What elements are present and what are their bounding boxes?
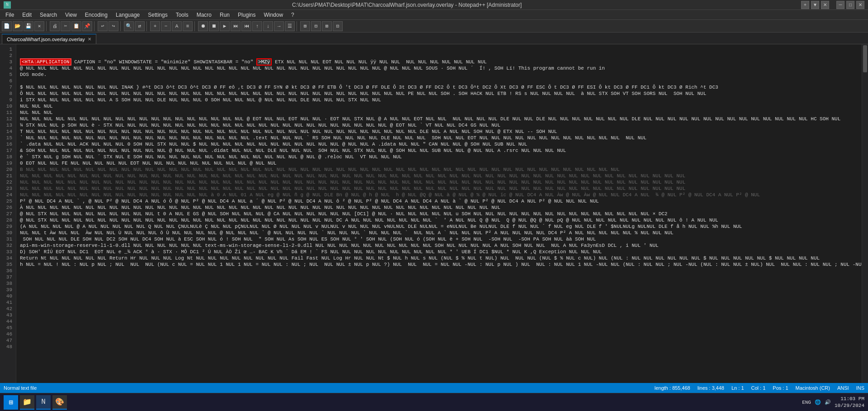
line-number: 6 <box>2 78 12 84</box>
macro-play-btn[interactable]: ▶ <box>220 21 230 31</box>
extra-btn-2[interactable]: ▼ <box>811 1 819 9</box>
menu-item-language[interactable]: Language <box>112 11 143 19</box>
tool-13[interactable]: ↓ <box>263 21 273 31</box>
app-icon: N <box>4 1 11 9</box>
taskbar-volume-icon: 🔊 <box>825 399 831 405</box>
taskbar-icon-explorer[interactable]: 📁 <box>20 395 34 410</box>
line-number: 27 <box>2 211 12 217</box>
paste-btn[interactable]: 📌 <box>82 21 92 31</box>
status-file-type: Normal text file <box>4 385 37 391</box>
find-btn[interactable]: 🔍 <box>124 21 134 31</box>
maximize-button[interactable]: □ <box>846 1 854 9</box>
code-line: (A NUL NUL NUL NUL @ A NUL NUL NUL NUL N… <box>20 223 858 230</box>
macro-btn[interactable]: ⏺ <box>198 21 208 31</box>
line-number: 12 <box>2 116 12 122</box>
taskbar-icon-app[interactable]: 🎨 <box>52 395 67 410</box>
line-number: 29 <box>2 223 12 230</box>
tool-11[interactable]: ⏮ <box>241 21 251 31</box>
menu-item-settings[interactable]: Settings <box>144 11 171 19</box>
print-btn[interactable]: 🖨 <box>50 21 60 31</box>
tool-19[interactable]: ⊡ <box>333 21 343 31</box>
vertical-scrollbar[interactable] <box>862 44 868 383</box>
new-btn[interactable]: 📄 <box>2 21 12 31</box>
tool-14[interactable]: → <box>274 21 284 31</box>
tool-12[interactable]: ↑ <box>252 21 262 31</box>
status-bar: Normal text file length : 855,468 lines … <box>0 383 868 393</box>
line-number: 1 <box>2 46 12 52</box>
menu-item-?[interactable]: ? <box>288 11 298 19</box>
scrollbar-thumb[interactable] <box>863 45 867 72</box>
status-encoding: ANSI <box>837 385 849 391</box>
separator-6 <box>297 21 298 31</box>
extra-btn-1[interactable]: + <box>801 1 809 9</box>
status-line-endings: Macintosh (CR) <box>796 385 830 391</box>
tab-close-icon[interactable]: ✕ <box>88 37 91 42</box>
tool-10[interactable]: ⏭ <box>231 21 241 31</box>
menu-item-tools[interactable]: Tools <box>172 11 192 19</box>
tool-8[interactable]: A <box>172 21 182 31</box>
tool-15[interactable]: ☰ <box>285 21 295 31</box>
code-line: NUL NUL t Àw NUL NUL Àw NUL NUL Ù NUL NU… <box>20 230 858 236</box>
taskbar-left: ⊞ 📁 N 🎨 <box>4 395 67 410</box>
minimize-button[interactable]: ─ <box>836 1 844 9</box>
line-number: 32 <box>2 242 12 249</box>
menu-item-search[interactable]: Search <box>36 11 61 19</box>
menu-item-plugins[interactable]: Plugins <box>234 11 259 19</box>
tool-18[interactable]: ⊠ <box>322 21 332 31</box>
replace-btn[interactable]: ⇄ <box>135 21 145 31</box>
line-number: 21 <box>2 173 12 179</box>
menu-item-run[interactable]: Run <box>216 11 233 19</box>
code-line: D) SOH' RÍÚ EOT NUL DC1 EOT NUL e _¾ ACK… <box>20 249 858 255</box>
code-line: & SOH NUL NUL NUL NUL NUL NUL NUL NUL NU… <box>20 147 858 154</box>
code-content[interactable]: <HTA:APPLICATION CAPTION = "no" WINDOWST… <box>16 44 862 383</box>
active-tab[interactable]: CharcoalWharf.json.overlay.overlay ✕ <box>2 34 96 44</box>
line-number: 9 <box>2 97 12 103</box>
code-line: ` NUL NUL NUL NUL NUL NUL NUL NUL NUL NU… <box>20 135 858 141</box>
menu-item-macro[interactable]: Macro <box>193 11 215 19</box>
tool-17[interactable]: ⊟ <box>311 21 321 31</box>
status-right: length : 855,468 lines : 3,448 Ln : 1 Co… <box>655 385 864 391</box>
code-line: 0 EOT NUL NUL FE NUL NUL NUL NUL NUL EOT… <box>20 160 858 166</box>
status-col: Col : 1 <box>751 385 766 391</box>
menu-item-file[interactable]: File <box>2 11 18 19</box>
code-line: <HTA:APPLICATION CAPTION = "no" WINDOWST… <box>20 59 858 65</box>
taskbar-time-date: 11:03 PM 10/29/2024 <box>835 396 864 409</box>
save-btn[interactable]: 💾 <box>24 21 33 31</box>
close-button[interactable]: ✕ <box>856 1 864 9</box>
macro-stop-btn[interactable]: ⏹ <box>209 21 219 31</box>
zoom-out-btn[interactable]: − <box>161 21 171 31</box>
copy-btn[interactable]: 📋 <box>71 21 81 31</box>
open-btn[interactable]: 📂 <box>13 21 23 31</box>
line-number: 30 <box>2 230 12 236</box>
code-line: NUL NUL NUL <box>20 109 858 116</box>
tool-16[interactable]: ⊞ <box>300 21 310 31</box>
line-number: 47 <box>2 337 12 344</box>
status-lines: lines : 3,448 <box>698 385 724 391</box>
line-number: 45 <box>2 325 12 331</box>
menu-item-view[interactable]: View <box>61 11 80 19</box>
taskbar-icon-notepad[interactable]: N <box>36 395 51 410</box>
separator-1 <box>46 21 48 31</box>
menu-item-edit[interactable]: Edit <box>19 11 35 19</box>
cut-btn[interactable]: ✂ <box>61 21 71 31</box>
line-number: 3 <box>2 59 12 65</box>
extra-btn-3[interactable]: ✕ <box>821 1 829 9</box>
editor-area: 1234567891011121314151617181920212223242… <box>0 44 868 383</box>
code-line: NUL NUL NUL NUL NUL NUL NUL NUL NUL NUL … <box>20 185 858 192</box>
menu-item-encoding[interactable]: Encoding <box>81 11 111 19</box>
separator-5 <box>194 21 196 31</box>
code-line: NUL NUL NUL <box>20 103 858 109</box>
line-number: 15 <box>2 135 12 141</box>
line-number: 24 <box>2 192 12 198</box>
code-line: @ NUL STX NUL NUL NUL NUL NUL NUL NUL NU… <box>20 217 858 223</box>
line-number: 39 <box>2 287 12 293</box>
undo-btn[interactable]: ↩ <box>98 21 108 31</box>
menu-item-window[interactable]: Window <box>260 11 287 19</box>
status-insert: INS <box>856 385 864 391</box>
zoom-in-btn[interactable]: + <box>150 21 160 31</box>
start-button[interactable]: ⊞ <box>4 395 18 410</box>
redo-btn[interactable]: ↪ <box>108 21 118 31</box>
tool-9[interactable]: ≡ <box>183 21 193 31</box>
close-btn[interactable]: ✕ <box>34 21 44 31</box>
title-bar-text: C:\Users\PMAT\Desktop\PMAT\CharcoalWharf… <box>292 2 522 8</box>
